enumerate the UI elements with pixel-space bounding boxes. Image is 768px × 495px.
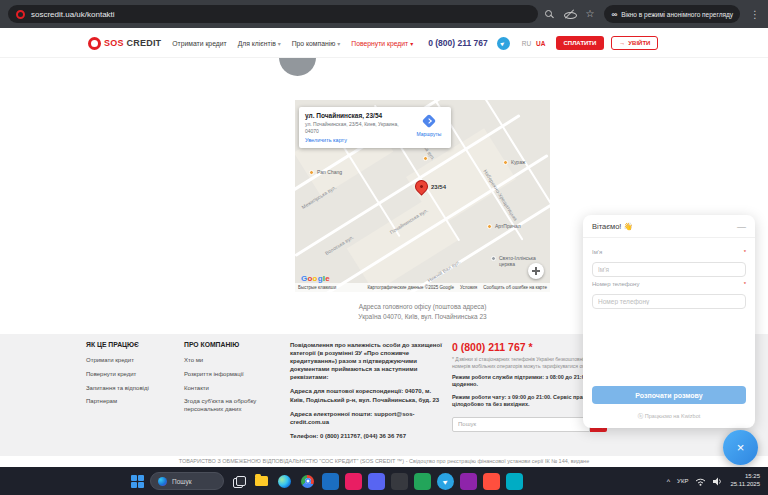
decorative-circle: [279, 58, 316, 76]
task-view-button[interactable]: [230, 473, 247, 490]
map-terms-link[interactable]: Условия: [460, 285, 477, 290]
map-card-address: ул. Почайнинская, 23/54, Киев, Украина, …: [305, 121, 411, 134]
app-button-teal[interactable]: [506, 473, 523, 490]
taskbar-clock[interactable]: 15:25 25.11.2025: [730, 473, 760, 489]
app-button-green[interactable]: [414, 473, 431, 490]
keyboard-shortcuts-link[interactable]: Быстрые клавиши: [298, 285, 336, 290]
taskbar-search[interactable]: Пошук: [150, 472, 224, 490]
app-button-purple[interactable]: [460, 473, 477, 490]
site-favicon-icon: [16, 10, 25, 19]
folder-icon: [255, 476, 268, 486]
bookmark-star-icon[interactable]: ☆: [585, 9, 594, 19]
chat-body: Ім'я * Номер телефону *: [583, 238, 755, 309]
logo-ring-icon: [88, 37, 101, 50]
start-button[interactable]: [131, 475, 144, 488]
google-logo[interactable]: Google: [301, 274, 330, 283]
wifi-icon[interactable]: [695, 477, 706, 486]
taskbar-center: Пошук ►: [131, 467, 523, 495]
header-phone[interactable]: 0 (800) 211 767: [428, 38, 488, 48]
language-indicator[interactable]: УКР: [677, 478, 688, 484]
poi-icon[interactable]: [487, 224, 492, 229]
chevron-down-icon: ▾: [410, 41, 413, 47]
telegram-app-button[interactable]: ►: [437, 473, 454, 490]
caption-line2: Україна 04070, Київ, вул. Почайнинська 2…: [280, 312, 565, 322]
office-address-caption: Адреса головного офісу (поштова адреса) …: [280, 302, 565, 323]
map-report-link[interactable]: Сообщить об ошибке на карте: [483, 285, 547, 290]
map-card-title: ул. Почайнинская, 23/54: [305, 112, 411, 119]
lang-switch-ua[interactable]: UA: [536, 40, 545, 47]
map-data-attribution: Картографические данные ©2025 Google: [368, 285, 454, 290]
footer-link-who-we-are[interactable]: Хто ми: [184, 357, 280, 365]
google-map-embed[interactable]: Почайнинська вул. Волоська вул. Межигірс…: [295, 100, 550, 292]
chat-start-button[interactable]: Розпочати розмову: [592, 386, 746, 404]
app-button-indigo[interactable]: [368, 473, 385, 490]
app-button-dark[interactable]: [391, 473, 408, 490]
poi-icon[interactable]: [503, 160, 508, 165]
chat-phone-input[interactable]: [592, 294, 746, 309]
speaker-icon[interactable]: [713, 477, 723, 486]
search-engine-icon: [158, 477, 167, 486]
chat-widget: Вітаємо! 👋 — Ім'я * Номер телефону * Роз…: [583, 215, 755, 428]
telegram-icon[interactable]: ►: [497, 37, 510, 50]
login-button[interactable]: →УВІЙТИ: [611, 36, 658, 50]
footer-link-faq[interactable]: Запитання та відповіді: [86, 385, 178, 393]
poi-icon[interactable]: [309, 170, 314, 175]
file-explorer-button[interactable]: [253, 473, 270, 490]
incognito-badge: ∞ Вікно в режимі анонімного перегляду: [604, 5, 740, 23]
site-logo[interactable]: SOSCREDIT: [88, 37, 161, 50]
enlarge-map-link[interactable]: Увеличить карту: [305, 137, 411, 143]
legal-text: ТОВАРИСТВО З ОБМЕЖЕНОЮ ВІДПОВІДАЛЬНІСТЮ …: [0, 458, 768, 464]
nav-for-clients[interactable]: Для клієнтів ▾: [238, 40, 281, 47]
eye-off-icon[interactable]: [564, 9, 575, 19]
address-bar[interactable]: soscredit.ua/uk/kontakti: [8, 5, 538, 23]
lang-switch-ru[interactable]: RU: [522, 40, 531, 47]
minimize-icon[interactable]: —: [737, 224, 746, 230]
required-asterisk: *: [744, 281, 746, 287]
nav-about-company[interactable]: Про компанію ▾: [292, 40, 341, 47]
chat-name-label-row: Ім'я *: [592, 249, 746, 255]
poi-label: Pan Chang: [317, 169, 342, 175]
nav-label: Повернути кредит: [351, 40, 408, 47]
login-arrow-icon: →: [619, 40, 625, 46]
footer-link-personal-data-consent[interactable]: Згода суб'єкта на обробку персональних д…: [184, 398, 280, 414]
kwizbot-icon: ⓚ: [638, 413, 644, 419]
footer-search-input[interactable]: [452, 417, 590, 432]
chat-close-fab[interactable]: ×: [723, 430, 758, 465]
footer-link-partners[interactable]: Партнерам: [86, 398, 178, 406]
directions-control[interactable]: Маршруты: [411, 112, 447, 143]
app-button-orange[interactable]: [483, 473, 500, 490]
tray-chevron-up-icon[interactable]: ^: [667, 478, 670, 485]
chrome-icon: [301, 475, 314, 488]
chevron-down-icon: ▾: [278, 41, 281, 47]
login-label: УВІЙТИ: [628, 40, 650, 46]
chat-greeting: Вітаємо! 👋: [592, 222, 633, 231]
footer-link-disclosure[interactable]: Розкриття інформації: [184, 371, 280, 379]
nav-return-credit[interactable]: Повернути кредит ▾: [351, 40, 413, 47]
browser-menu-icon[interactable]: ⋮: [750, 9, 760, 20]
search-icon[interactable]: [545, 10, 554, 19]
app-button-pink[interactable]: [345, 473, 362, 490]
logo-text-sos: SOS: [104, 38, 124, 48]
footer-link-return-credit[interactable]: Повернути кредит: [86, 371, 178, 379]
incognito-icon: ∞: [611, 10, 617, 19]
footer-link-get-credit[interactable]: Отримати кредит: [86, 357, 178, 365]
chat-phone-label-row: Номер телефону *: [592, 281, 746, 287]
chat-name-input[interactable]: [592, 262, 746, 277]
poi-icon[interactable]: [423, 156, 428, 161]
street-label: Нижній Вал вул.: [426, 259, 461, 284]
nav-label: Отримати кредит: [172, 40, 226, 47]
nav-get-credit[interactable]: Отримати кредит: [172, 40, 226, 47]
edge-button[interactable]: [276, 473, 293, 490]
task-view-icon: [233, 476, 244, 487]
footer-email: Адреса електронної пошти: support@sos-cr…: [290, 410, 442, 426]
chrome-button[interactable]: [299, 473, 316, 490]
map-info-card: ул. Почайнинская, 23/54 ул. Почайнинская…: [299, 107, 451, 148]
footer-link-contacts[interactable]: Контакти: [184, 385, 280, 393]
map-pan-control[interactable]: [528, 263, 544, 279]
store-button[interactable]: [322, 473, 339, 490]
windows-taskbar: Пошук ► ^ УКР 15:25 25.11.2025: [0, 467, 768, 495]
poi-church-icon[interactable]: [491, 256, 496, 261]
url-text: soscredit.ua/uk/kontakti: [31, 10, 115, 19]
taskbar-date: 25.11.2025: [730, 481, 760, 489]
pay-button[interactable]: СПЛАТИТИ: [556, 36, 605, 50]
